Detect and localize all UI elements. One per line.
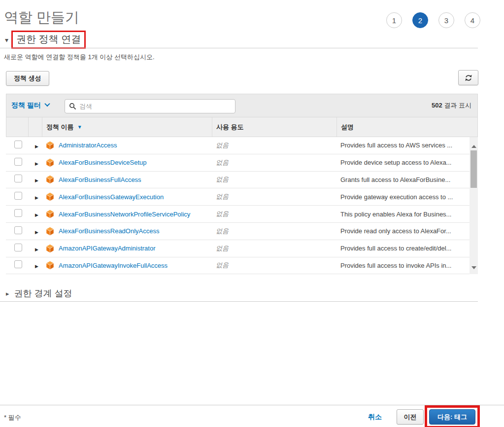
create-role-page: 역할 만들기 1 2 3 4 ▾ 권한 정책 연결 새로운 역할에 연결할 정책… <box>0 0 504 427</box>
expand-row-icon[interactable]: ▶ <box>32 144 38 149</box>
policy-description: Grants full access to AlexaForBusine... <box>336 176 478 183</box>
policy-name-link[interactable]: AlexaForBusinessFullAccess <box>59 176 141 183</box>
collapse-triangle-icon[interactable]: ▾ <box>5 36 8 44</box>
next-tags-button[interactable]: 다음: 태그 <box>429 409 475 425</box>
refresh-icon <box>465 74 472 82</box>
previous-button[interactable]: 이전 <box>397 409 424 425</box>
results-count: 502 결과 표시 <box>432 101 471 110</box>
policy-table-toolbar: 정책 필터 502 결과 표시 <box>6 94 478 117</box>
cancel-link[interactable]: 취소 <box>368 413 382 422</box>
row-checkbox[interactable] <box>14 244 22 251</box>
scrollbar-thumb[interactable] <box>470 150 477 188</box>
policy-name-link[interactable]: AdministratorAccess <box>59 142 117 149</box>
header-policy-name[interactable]: 정책 이름 ▼ <box>42 117 212 137</box>
row-checkbox[interactable] <box>14 158 22 166</box>
policy-usage: 없음 <box>212 261 336 270</box>
policy-cube-icon <box>46 261 54 270</box>
header-policy-name-label: 정책 이름 <box>46 123 74 132</box>
expand-row-icon[interactable]: ▶ <box>32 230 38 235</box>
step-indicator: 1 2 3 4 <box>386 12 480 28</box>
policy-section-title: 권한 정책 연결 <box>11 31 86 49</box>
policy-name-link[interactable]: AlexaForBusinessNetworkProfileServicePol… <box>59 211 190 218</box>
table-row: ▶ AmazonAPIGatewayInvokeFullAccess 없음 Pr… <box>6 257 478 275</box>
policy-table: 정책 필터 502 결과 표시 정책 이름 ▼ 사용 용도 설명 <box>6 94 478 274</box>
row-checkbox[interactable] <box>14 226 22 234</box>
policy-name-link[interactable]: AmazonAPIGatewayAdministrator <box>59 245 156 252</box>
next-button-annotation-box: 다음: 태그 <box>425 405 480 427</box>
policy-cube-icon <box>46 175 54 184</box>
search-box[interactable] <box>65 99 235 113</box>
row-checkbox[interactable] <box>14 260 22 268</box>
policy-section-subtitle: 새로운 역할에 연결할 정책을 1개 이상 선택하십시오. <box>4 53 155 62</box>
policy-name-link[interactable]: AmazonAPIGatewayInvokeFullAccess <box>59 262 168 269</box>
sort-desc-icon: ▼ <box>77 124 82 130</box>
required-note: * 필수 <box>4 413 21 422</box>
row-checkbox[interactable] <box>14 175 22 182</box>
row-checkbox[interactable] <box>14 141 22 148</box>
search-icon <box>69 103 76 110</box>
policy-cube-icon <box>46 244 54 253</box>
policy-description: Provides full access to create/edit/del.… <box>336 245 478 252</box>
policy-description: Provide gateway execution access to ... <box>336 193 478 201</box>
results-label: 결과 표시 <box>442 102 471 109</box>
policy-usage: 없음 <box>212 227 336 236</box>
header-usage[interactable]: 사용 용도 <box>212 117 337 137</box>
policy-cube-icon <box>46 210 54 218</box>
header-expand-col <box>29 117 42 137</box>
policy-cube-icon <box>46 192 54 201</box>
expand-triangle-icon[interactable]: ▸ <box>6 290 9 297</box>
table-header-row: 정책 이름 ▼ 사용 용도 설명 <box>6 117 478 137</box>
step-1: 1 <box>386 12 402 28</box>
policy-cube-icon <box>46 227 54 236</box>
create-policy-button[interactable]: 정책 생성 <box>6 71 49 86</box>
footer-bar: * 필수 취소 이전 다음: 태그 <box>0 405 504 427</box>
table-row: ▶ AlexaForBusinessGatewayExecution 없음 Pr… <box>6 188 478 206</box>
boundary-section-header[interactable]: ▸ 권한 경계 설정 <box>6 287 72 299</box>
expand-row-icon[interactable]: ▶ <box>32 264 38 269</box>
step-2-active: 2 <box>412 12 428 28</box>
expand-row-icon[interactable]: ▶ <box>32 161 38 166</box>
divider <box>0 48 478 48</box>
table-scrollbar[interactable] <box>470 137 478 274</box>
table-row: ▶ AdministratorAccess 없음 Provides full a… <box>6 137 478 154</box>
row-checkbox[interactable] <box>14 192 22 200</box>
scroll-down-icon[interactable] <box>471 266 476 269</box>
policy-cube-icon <box>46 158 54 167</box>
policy-description: Provide read only access to AlexaFor... <box>336 227 478 235</box>
policy-cube-icon <box>46 141 54 150</box>
policy-name-link[interactable]: AlexaForBusinessReadOnlyAccess <box>59 227 159 235</box>
row-checkbox[interactable] <box>14 209 22 217</box>
refresh-button[interactable] <box>458 70 478 85</box>
search-input[interactable] <box>79 103 231 110</box>
header-checkbox-col <box>6 117 29 137</box>
policy-usage: 없음 <box>212 244 336 253</box>
results-number: 502 <box>432 102 442 109</box>
policy-description: Provides full access to invoke APIs in..… <box>336 262 478 269</box>
table-row: ▶ AmazonAPIGatewayAdministrator 없음 Provi… <box>6 240 478 257</box>
policy-filter-dropdown[interactable]: 정책 필터 <box>11 101 49 110</box>
policy-section-header[interactable]: ▾ 권한 정책 연결 <box>5 31 86 49</box>
table-row: ▶ AlexaForBusinessNetworkProfileServiceP… <box>6 206 478 223</box>
table-row: ▶ AlexaForBusinessFullAccess 없음 Grants f… <box>6 172 478 189</box>
table-body: ▶ AdministratorAccess 없음 Provides full a… <box>6 137 478 274</box>
expand-row-icon[interactable]: ▶ <box>32 178 38 183</box>
expand-row-icon[interactable]: ▶ <box>32 247 38 252</box>
scroll-up-icon[interactable] <box>471 145 476 148</box>
table-row: ▶ AlexaForBusinessReadOnlyAccess 없음 Prov… <box>6 223 478 240</box>
policy-usage: 없음 <box>212 175 336 184</box>
policy-filter-label: 정책 필터 <box>11 101 41 110</box>
policy-usage: 없음 <box>212 192 336 201</box>
expand-row-icon[interactable]: ▶ <box>32 195 38 200</box>
expand-row-icon[interactable]: ▶ <box>32 213 38 217</box>
policy-name-link[interactable]: AlexaForBusinessGatewayExecution <box>59 193 164 201</box>
step-4: 4 <box>465 12 480 28</box>
chevron-down-icon <box>44 101 50 107</box>
policy-usage: 없음 <box>212 141 336 150</box>
policy-name-link[interactable]: AlexaForBusinessDeviceSetup <box>59 159 146 166</box>
header-description[interactable]: 설명 <box>337 117 477 137</box>
table-row: ▶ AlexaForBusinessDeviceSetup 없음 Provide… <box>6 154 478 172</box>
policy-description: Provide device setup access to Alexa... <box>336 159 478 166</box>
policy-usage: 없음 <box>212 158 336 167</box>
divider <box>0 301 478 302</box>
step-3: 3 <box>438 12 454 28</box>
